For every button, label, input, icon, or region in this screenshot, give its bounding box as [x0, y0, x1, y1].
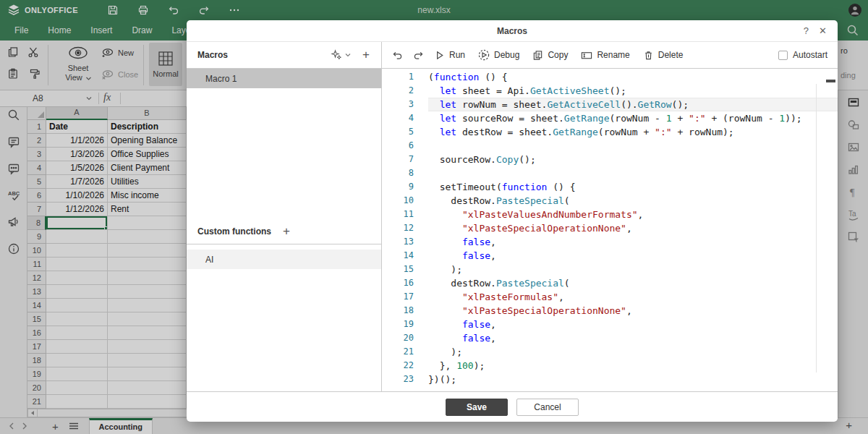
overview-ruler-cursor-mark — [826, 80, 835, 82]
add-macro-button[interactable]: + — [362, 48, 370, 62]
delete-icon — [643, 50, 654, 61]
code-line-5: 5 let destRow = sheet.GetRange(rowNum + … — [382, 125, 838, 139]
dialog-close-button[interactable]: ✕ — [819, 25, 827, 36]
debug-icon — [478, 49, 490, 61]
chevron-down-icon[interactable] — [345, 53, 351, 57]
macros-dialog: Macros ? ✕ Macros + Macro 1 Custom f — [187, 20, 838, 422]
code-line-17: 17 "xlPasteFormulas", — [382, 290, 838, 304]
run-icon — [434, 50, 445, 61]
cancel-button[interactable]: Cancel — [516, 399, 579, 416]
delete-button[interactable]: Delete — [643, 50, 684, 61]
custom-functions-title: Custom functions — [197, 226, 271, 237]
rename-button[interactable]: Rename — [581, 50, 629, 61]
save-button[interactable]: Save — [446, 399, 508, 416]
code-line-12: 12 "xlPasteSpecialOperationNone", — [382, 221, 838, 235]
code-line-19: 19 false, — [382, 318, 838, 331]
code-line-16: 16 destRow.PasteSpecial( — [382, 276, 838, 290]
code-line-4: 4 let sourceRow = sheet.GetRange(rowNum … — [382, 111, 838, 125]
undo-button[interactable] — [392, 50, 403, 61]
code-line-18: 18 "xlPasteSpecialOperationNone", — [382, 304, 838, 318]
custom-functions-header: Custom functions + — [187, 218, 381, 244]
dialog-title: Macros — [497, 26, 527, 36]
undo-icon — [392, 50, 403, 61]
code-line-13: 13 false, — [382, 235, 838, 249]
custom-function-list-item[interactable]: AI — [187, 250, 381, 269]
code-line-23: 23})(); — [382, 373, 838, 386]
dialog-title-bar[interactable]: Macros ? ✕ — [187, 20, 838, 42]
add-custom-function-button[interactable]: + — [283, 224, 290, 239]
macro-list: Macro 1 — [187, 69, 381, 218]
code-line-1: 1(function () { — [382, 70, 838, 84]
redo-icon — [413, 50, 424, 61]
code-line-7: 7 sourceRow.Copy(); — [382, 153, 838, 166]
macros-panel-title: Macros — [197, 50, 228, 60]
dialog-help-button[interactable]: ? — [804, 25, 809, 36]
debug-button[interactable]: Debug — [478, 49, 519, 61]
macro-list-item[interactable]: Macro 1 — [187, 69, 381, 88]
macro-toolbar: Run Debug Copy — [382, 42, 838, 69]
app-window: ONLYOFFICE new.xlsx — [0, 0, 868, 434]
code-line-14: 14 false, — [382, 249, 838, 263]
macros-panel-header: Macros + — [187, 42, 381, 69]
autostart-checkbox[interactable]: Autostart — [778, 50, 827, 60]
dialog-footer: Save Cancel — [187, 391, 838, 422]
copy-button[interactable]: Copy — [532, 50, 568, 61]
code-line-15: 15 ); — [382, 263, 838, 276]
run-button[interactable]: Run — [434, 50, 465, 61]
code-line-20: 20 false, — [382, 331, 838, 345]
code-line-21: 21 ); — [382, 345, 838, 359]
indent-guide — [816, 84, 817, 373]
ai-sparkle-icon[interactable] — [331, 49, 342, 61]
custom-function-list: AI — [187, 244, 381, 391]
code-line-3: 3 let rowNum = sheet.GetActiveCell().Get… — [382, 98, 838, 111]
copy-icon — [532, 50, 543, 61]
macros-list-panel: Macros + Macro 1 Custom functions + AI — [187, 42, 382, 391]
code-line-6: 6 — [382, 139, 838, 153]
code-line-8: 8 — [382, 166, 838, 180]
checkbox-box[interactable] — [778, 51, 788, 60]
code-editor[interactable]: 1(function () {2 let sheet = Api.GetActi… — [382, 69, 838, 391]
redo-button[interactable] — [413, 50, 424, 61]
rename-icon — [581, 50, 592, 61]
autostart-label: Autostart — [793, 50, 827, 60]
code-line-9: 9 setTimeout(function () { — [382, 180, 838, 194]
code-line-22: 22 }, 100); — [382, 359, 838, 373]
code-line-2: 2 let sheet = Api.GetActiveSheet(); — [382, 84, 838, 98]
code-line-11: 11 "xlPasteValuesAndNumberFormats", — [382, 208, 838, 221]
code-line-10: 10 destRow.PasteSpecial( — [382, 194, 838, 208]
